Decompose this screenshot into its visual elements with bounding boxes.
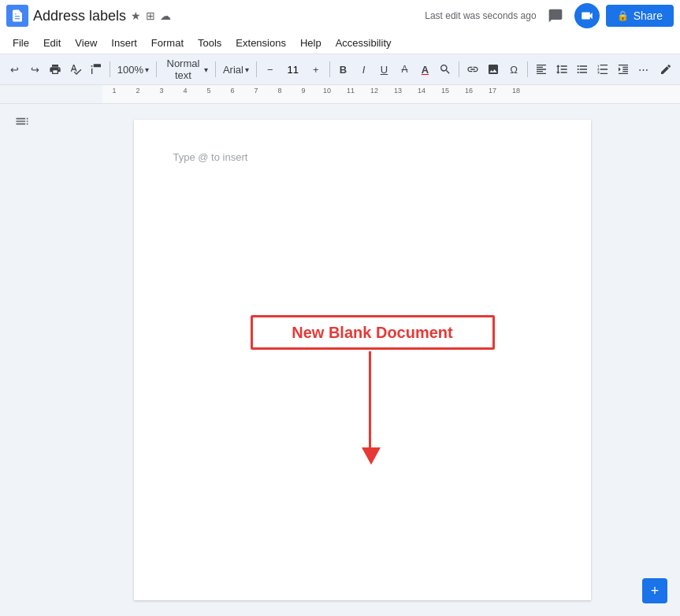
divider-7 <box>527 61 528 77</box>
strikethrough-button[interactable]: A <box>395 59 414 80</box>
print-button[interactable] <box>46 59 65 80</box>
font-size-decrease-button[interactable]: − <box>261 59 280 80</box>
ruler-mark: 6 <box>230 87 234 95</box>
ruler-mark: 10 <box>323 87 331 95</box>
toolbar: ↩ ↪ 100% ▾ Normal text ▾ Arial ▾ − + B I… <box>0 54 680 85</box>
font-caret: ▾ <box>245 65 249 74</box>
ruler-mark: 7 <box>254 87 258 95</box>
zoom-dropdown[interactable]: 100% ▾ <box>114 59 152 80</box>
font-value: Arial <box>223 64 243 76</box>
menu-bar: File Edit View Insert Format Tools Exten… <box>0 32 680 54</box>
ruler-mark: 4 <box>183 87 187 95</box>
last-edit-label: Last edit was seconds ago <box>425 10 536 21</box>
menu-view[interactable]: View <box>69 35 103 51</box>
style-value: Normal text <box>164 58 203 81</box>
star-icon[interactable]: ★ <box>131 9 141 22</box>
insert-image-button[interactable] <box>484 59 503 80</box>
divider-6 <box>459 61 459 77</box>
annotation-label: New Blank Document <box>292 324 452 342</box>
line-spacing-button[interactable] <box>552 59 571 80</box>
ruler-mark: 11 <box>347 87 355 95</box>
ruler-mark: 15 <box>441 87 449 95</box>
comment-button[interactable] <box>543 3 568 28</box>
list-bullet-button[interactable] <box>573 59 592 80</box>
menu-edit[interactable]: Edit <box>37 35 67 51</box>
ruler-mark: 2 <box>136 87 139 95</box>
doc-title[interactable]: Address labels <box>33 8 126 24</box>
ruler-mark: 1 <box>112 87 116 95</box>
font-size-increase-button[interactable]: + <box>307 59 325 80</box>
spellcheck-button[interactable] <box>66 59 85 80</box>
divider-1 <box>110 61 110 77</box>
ruler-mark: 16 <box>465 87 473 95</box>
more-options-button[interactable]: ⋯ <box>634 59 653 80</box>
ruler-mark: 17 <box>489 87 496 95</box>
divider-4 <box>256 61 257 77</box>
ruler-mark: 8 <box>277 87 281 95</box>
redo-button[interactable]: ↪ <box>25 59 44 80</box>
share-label: Share <box>634 9 663 22</box>
divider-3 <box>215 61 216 77</box>
title-bar: Address labels ★ ⊞ ☁ Last edit was secon… <box>0 0 680 32</box>
highlight-button[interactable] <box>436 59 455 80</box>
menu-insert[interactable]: Insert <box>105 35 143 51</box>
docs-logo <box>6 5 28 27</box>
indent-button[interactable] <box>614 59 633 80</box>
insert-special-button[interactable]: Ω <box>504 59 523 80</box>
meet-button[interactable] <box>574 3 600 28</box>
ruler-mark: 13 <box>394 87 402 95</box>
ruler-mark: 3 <box>159 87 163 95</box>
document-page[interactable]: Type @ to insert New Blank Document <box>134 120 591 600</box>
annotation-overlay: New Blank Document <box>134 120 591 600</box>
main-content: Type @ to insert New Blank Document <box>0 104 680 616</box>
align-button[interactable] <box>532 59 551 80</box>
style-dropdown[interactable]: Normal text ▾ <box>161 59 211 80</box>
annotation-arrow-head <box>362 447 381 465</box>
ruler-mark: 9 <box>301 87 305 95</box>
link-button[interactable] <box>463 59 482 80</box>
list-number-button[interactable] <box>593 59 612 80</box>
ruler: 1 2 3 4 5 6 7 8 9 10 11 12 13 14 15 16 1… <box>0 85 680 104</box>
suggest-button[interactable] <box>656 59 675 80</box>
underline-button[interactable]: U <box>374 59 393 80</box>
plus-icon: + <box>651 583 660 599</box>
explore-button[interactable]: + <box>642 578 667 603</box>
menu-file[interactable]: File <box>6 35 35 51</box>
divider-5 <box>329 61 330 77</box>
paint-format-button[interactable] <box>87 59 106 80</box>
menu-tools[interactable]: Tools <box>191 35 228 51</box>
zoom-value: 100% <box>117 64 143 76</box>
text-color-button[interactable]: A <box>415 59 434 80</box>
ruler-mark: 12 <box>370 87 378 95</box>
annotation-box: New Blank Document <box>251 315 495 350</box>
style-caret: ▾ <box>204 65 208 74</box>
undo-button[interactable]: ↩ <box>5 59 24 80</box>
menu-extensions[interactable]: Extensions <box>229 35 292 51</box>
menu-format[interactable]: Format <box>145 35 190 51</box>
ruler-mark: 14 <box>418 87 425 95</box>
italic-button[interactable]: I <box>354 59 373 80</box>
doc-title-area: Address labels ★ ⊞ ☁ <box>33 8 414 24</box>
menu-accessibility[interactable]: Accessibility <box>329 35 398 51</box>
folder-icon[interactable]: ⊞ <box>146 9 155 22</box>
ruler-mark: 5 <box>206 87 210 95</box>
annotation-arrow-line <box>369 351 371 454</box>
share-button[interactable]: 🔒 Share <box>606 5 674 27</box>
title-bar-right: Last edit was seconds ago 🔒 Share <box>418 3 674 28</box>
font-size-input[interactable] <box>281 64 305 76</box>
zoom-caret: ▾ <box>145 65 149 74</box>
bold-button[interactable]: B <box>333 59 352 80</box>
menu-help[interactable]: Help <box>294 35 328 51</box>
left-sidebar <box>0 104 44 616</box>
outline-icon[interactable] <box>14 113 30 133</box>
divider-2 <box>156 61 157 77</box>
lock-icon: 🔒 <box>617 10 629 21</box>
ruler-mark: 18 <box>512 87 520 95</box>
document-area[interactable]: Type @ to insert New Blank Document <box>44 104 680 616</box>
font-dropdown[interactable]: Arial ▾ <box>220 59 252 80</box>
cloud-icon: ☁ <box>160 9 171 22</box>
type-hint: Type @ to insert <box>173 151 248 163</box>
